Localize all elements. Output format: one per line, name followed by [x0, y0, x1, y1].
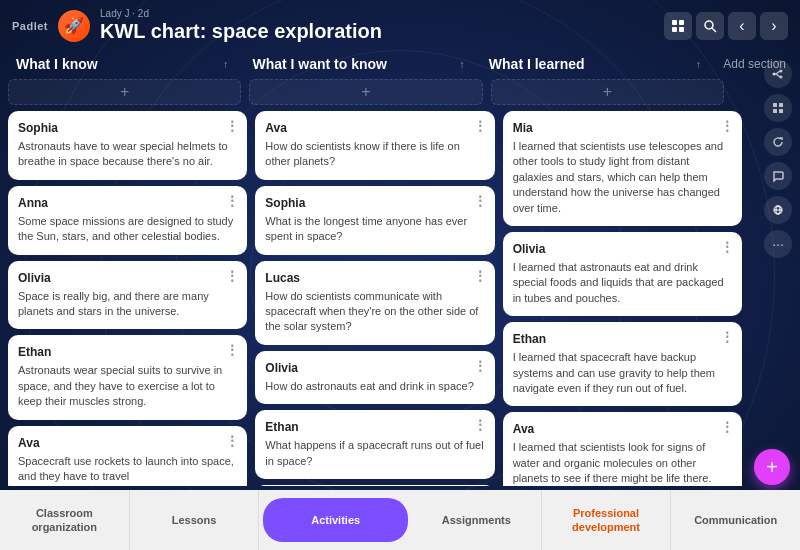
tab-lessons[interactable]: Lessons — [130, 490, 260, 550]
card-ava-1: Ava Spacecraft use rockets to launch int… — [8, 426, 247, 486]
svg-rect-0 — [672, 20, 677, 25]
col-title-1: What I know — [16, 56, 98, 72]
svg-rect-10 — [779, 103, 783, 107]
forward-arrow-icon: › — [771, 18, 776, 34]
col-header-what-i-learned: What I learned ↑ — [481, 56, 709, 72]
add-card-col1[interactable]: + — [8, 79, 241, 105]
card-menu-icon[interactable]: ⋮ — [720, 119, 734, 133]
more-button[interactable]: ··· — [764, 230, 792, 258]
author-meta: Lady J · 2d — [100, 8, 654, 19]
comment-button[interactable] — [764, 162, 792, 190]
right-sidebar: ··· — [764, 60, 792, 258]
svg-rect-12 — [779, 109, 783, 113]
card-name: Mia — [513, 121, 732, 135]
card-text: Some space missions are designed to stud… — [18, 214, 237, 245]
back-arrow-icon: ‹ — [739, 18, 744, 34]
header: Padlet 🚀 Lady J · 2d KWL chart: space ex… — [0, 0, 800, 51]
fab-add-button[interactable]: + — [754, 449, 790, 485]
col-header-what-i-know: What I know ↑ — [8, 56, 236, 72]
tab-activities[interactable]: Activities — [263, 498, 408, 542]
back-button[interactable]: ‹ — [728, 12, 756, 40]
card-menu-icon[interactable]: ⋮ — [473, 194, 487, 208]
card-name: Ava — [18, 436, 237, 450]
grid-view-button[interactable] — [664, 12, 692, 40]
share-button[interactable] — [764, 60, 792, 88]
card-menu-icon[interactable]: ⋮ — [473, 119, 487, 133]
column-what-i-want: Ava How do scientists know if there is l… — [255, 111, 494, 486]
globe-button[interactable] — [764, 196, 792, 224]
logo-area: Padlet — [12, 20, 48, 32]
tab-communication[interactable]: Communication — [671, 490, 800, 550]
svg-line-5 — [712, 28, 716, 32]
card-menu-icon[interactable]: ⋮ — [720, 330, 734, 344]
card-name: Lucas — [265, 271, 484, 285]
refresh-button[interactable] — [764, 128, 792, 156]
card-name: Sophia — [18, 121, 237, 135]
column-what-i-learned: Mia I learned that scientists use telesc… — [503, 111, 742, 486]
card-menu-icon[interactable]: ⋮ — [720, 420, 734, 434]
card-name: Ava — [265, 121, 484, 135]
card-mia: Mia I learned that scientists use telesc… — [503, 111, 742, 226]
svg-rect-11 — [773, 109, 777, 113]
card-olivia-2: Olivia How do astronauts eat and drink i… — [255, 351, 494, 404]
columns-container: Sophia Astronauts have to wear special h… — [8, 111, 792, 486]
card-text: Astronauts wear special suits to survive… — [18, 363, 237, 409]
card-menu-icon[interactable]: ⋮ — [473, 418, 487, 432]
card-menu-icon[interactable]: ⋮ — [225, 194, 239, 208]
card-anna: Anna Some space missions are designed to… — [8, 186, 247, 255]
card-menu-icon[interactable]: ⋮ — [473, 269, 487, 283]
svg-point-8 — [773, 73, 776, 76]
search-button[interactable] — [696, 12, 724, 40]
card-sophia-2: Sophia What is the longest time anyone h… — [255, 186, 494, 255]
forward-button[interactable]: › — [760, 12, 788, 40]
card-sophia-1: Sophia Astronauts have to wear special h… — [8, 111, 247, 180]
card-menu-icon[interactable]: ⋮ — [720, 240, 734, 254]
card-olivia-3: Olivia I learned that astronauts eat and… — [503, 232, 742, 316]
card-text: How do scientists know if there is life … — [265, 139, 484, 170]
tab-bar: Classroom organization Lessons Activitie… — [0, 490, 800, 550]
card-text: I learned that scientists use telescopes… — [513, 139, 732, 216]
svg-rect-3 — [679, 27, 684, 32]
card-text: What happens if a spacecraft runs out of… — [265, 438, 484, 469]
search-icon — [703, 19, 717, 33]
card-name: Anna — [18, 196, 237, 210]
svg-point-6 — [780, 70, 783, 73]
col-title-3: What I learned — [489, 56, 585, 72]
card-menu-icon[interactable]: ⋮ — [225, 343, 239, 357]
card-menu-icon[interactable]: ⋮ — [225, 434, 239, 448]
svg-rect-9 — [773, 103, 777, 107]
col-count-2: ↑ — [459, 58, 465, 70]
card-menu-icon[interactable]: ⋮ — [225, 269, 239, 283]
board-title: KWL chart: space exploration — [100, 20, 654, 43]
card-olivia-1: Olivia Space is really big, and there ar… — [8, 261, 247, 330]
grid-icon — [671, 19, 685, 33]
more-icon: ··· — [772, 236, 784, 252]
card-ava-2: Ava How do scientists know if there is l… — [255, 111, 494, 180]
card-menu-icon[interactable]: ⋮ — [473, 359, 487, 373]
card-text: How do scientists communicate with space… — [265, 289, 484, 335]
header-actions: ‹ › — [664, 12, 788, 40]
app-container: Padlet 🚀 Lady J · 2d KWL chart: space ex… — [0, 0, 800, 550]
card-ethan-3: Ethan I learned that spacecraft have bac… — [503, 322, 742, 406]
card-name: Ethan — [265, 420, 484, 434]
card-ethan-1: Ethan Astronauts wear special suits to s… — [8, 335, 247, 419]
card-ava-3: Ava I learned that scientists look for s… — [503, 412, 742, 486]
padlet-logo: Padlet — [12, 20, 48, 32]
tab-professional-dev[interactable]: Professional development — [542, 490, 672, 550]
add-card-col3[interactable]: + — [491, 79, 724, 105]
svg-rect-2 — [672, 27, 677, 32]
card-text: Spacecraft use rockets to launch into sp… — [18, 454, 237, 485]
globe-icon — [772, 204, 784, 216]
refresh-icon — [772, 136, 784, 148]
card-menu-icon[interactable]: ⋮ — [225, 119, 239, 133]
card-lucas: Lucas How do scientists communicate with… — [255, 261, 494, 345]
card-text: I learned that scientists look for signs… — [513, 440, 732, 486]
col-count-3: ↑ — [696, 58, 702, 70]
tab-assignments[interactable]: Assignments — [412, 490, 542, 550]
layout-button[interactable] — [764, 94, 792, 122]
tab-classroom-org[interactable]: Classroom organization — [0, 490, 130, 550]
add-card-col2[interactable]: + — [249, 79, 482, 105]
rocket-icon: 🚀 — [58, 10, 90, 42]
card-name: Ethan — [513, 332, 732, 346]
board-area: What I know ↑ What I want to know ↑ What… — [0, 51, 800, 490]
